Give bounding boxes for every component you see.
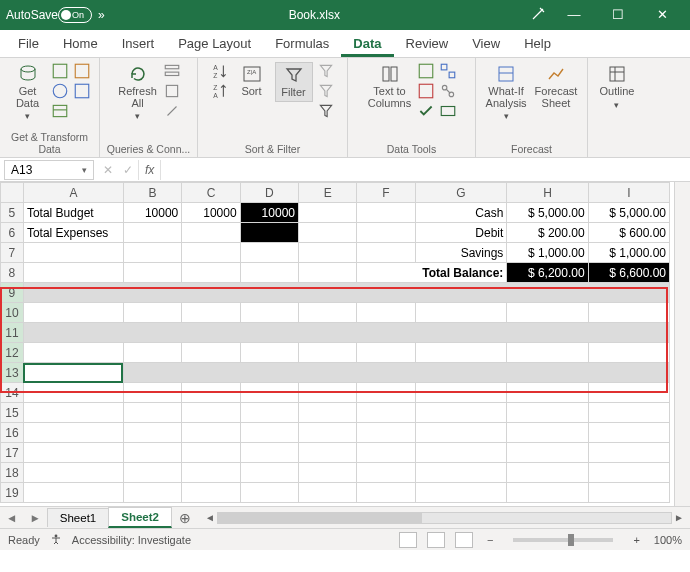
- cell-A7[interactable]: [23, 243, 123, 263]
- privacy-icon[interactable]: [524, 6, 552, 25]
- sort-button[interactable]: Z|A Sort: [233, 62, 271, 98]
- select-all-corner[interactable]: [1, 183, 24, 203]
- cell-A14[interactable]: [23, 383, 123, 403]
- col-header-E[interactable]: E: [298, 183, 356, 203]
- cell-A18[interactable]: [23, 463, 123, 483]
- view-normal-icon[interactable]: [399, 532, 417, 548]
- relationships-icon[interactable]: [439, 82, 457, 100]
- row-header-6[interactable]: 6: [1, 223, 24, 243]
- sheet-nav-next[interactable]: ►: [23, 512, 46, 524]
- tab-home[interactable]: Home: [51, 31, 110, 57]
- clear-filter-icon[interactable]: [317, 62, 335, 80]
- cell-F15[interactable]: [357, 403, 415, 423]
- reapply-icon[interactable]: [317, 82, 335, 100]
- row-header-11[interactable]: 11: [1, 323, 24, 343]
- cell-G12[interactable]: [415, 343, 507, 363]
- tab-review[interactable]: Review: [394, 31, 461, 57]
- cell-F12[interactable]: [357, 343, 415, 363]
- cell-C10[interactable]: [182, 303, 240, 323]
- zoom-out-button[interactable]: −: [483, 534, 497, 546]
- row-header-17[interactable]: 17: [1, 443, 24, 463]
- cell-H14[interactable]: [507, 383, 588, 403]
- tab-insert[interactable]: Insert: [110, 31, 167, 57]
- cell-B14[interactable]: [123, 383, 181, 403]
- from-table-icon[interactable]: [51, 102, 69, 120]
- cell-F14[interactable]: [357, 383, 415, 403]
- outline-button[interactable]: Outline ▾: [598, 62, 637, 110]
- cell-I14[interactable]: [588, 383, 669, 403]
- tab-formulas[interactable]: Formulas: [263, 31, 341, 57]
- cell-A12[interactable]: [23, 343, 123, 363]
- cell-E18[interactable]: [298, 463, 356, 483]
- cell-D16[interactable]: [240, 423, 298, 443]
- existing-connections-icon[interactable]: [73, 82, 91, 100]
- chevron-down-icon[interactable]: ▾: [82, 165, 87, 175]
- cell-F6[interactable]: [357, 223, 415, 243]
- cell-H8[interactable]: $ 6,200.00: [507, 263, 588, 283]
- cell-C15[interactable]: [182, 403, 240, 423]
- cell-A13[interactable]: [23, 363, 123, 383]
- cell-C17[interactable]: [182, 443, 240, 463]
- row-header-12[interactable]: 12: [1, 343, 24, 363]
- cell-C16[interactable]: [182, 423, 240, 443]
- row-9-cells[interactable]: [23, 283, 669, 303]
- queries-pane-icon[interactable]: [163, 62, 181, 80]
- tab-help[interactable]: Help: [512, 31, 563, 57]
- row-header-13[interactable]: 13: [1, 363, 24, 383]
- row-11-cells[interactable]: [23, 323, 669, 343]
- cell-B15[interactable]: [123, 403, 181, 423]
- cell-E14[interactable]: [298, 383, 356, 403]
- minimize-button[interactable]: —: [552, 0, 596, 30]
- sheet-tab-sheet1[interactable]: Sheet1: [47, 508, 109, 527]
- cell-C18[interactable]: [182, 463, 240, 483]
- cell-D5[interactable]: 10000: [240, 203, 298, 223]
- view-page-break-icon[interactable]: [455, 532, 473, 548]
- cell-G5[interactable]: Cash: [415, 203, 507, 223]
- recent-sources-icon[interactable]: [73, 62, 91, 80]
- cell-F18[interactable]: [357, 463, 415, 483]
- cell-B19[interactable]: [123, 483, 181, 503]
- cell-G7[interactable]: Savings: [415, 243, 507, 263]
- spreadsheet-grid[interactable]: A B C D E F G H I 5 Total Budget 10000 1…: [0, 182, 670, 503]
- cell-I7[interactable]: $ 1,000.00: [588, 243, 669, 263]
- sort-desc-icon[interactable]: ZA: [211, 82, 229, 100]
- cell-B12[interactable]: [123, 343, 181, 363]
- cell-I8[interactable]: $ 6,600.00: [588, 263, 669, 283]
- forecast-sheet-button[interactable]: Forecast Sheet: [533, 62, 580, 109]
- zoom-slider-thumb[interactable]: [568, 534, 574, 546]
- zoom-slider[interactable]: [513, 538, 613, 542]
- cell-G15[interactable]: [415, 403, 507, 423]
- cell-E16[interactable]: [298, 423, 356, 443]
- cell-A19[interactable]: [23, 483, 123, 503]
- cell-I6[interactable]: $ 600.00: [588, 223, 669, 243]
- cell-B18[interactable]: [123, 463, 181, 483]
- cell-E17[interactable]: [298, 443, 356, 463]
- cell-F5[interactable]: [357, 203, 415, 223]
- cell-H5[interactable]: $ 5,000.00: [507, 203, 588, 223]
- cell-D14[interactable]: [240, 383, 298, 403]
- insert-function-icon[interactable]: fx: [138, 160, 161, 180]
- cell-F19[interactable]: [357, 483, 415, 503]
- cell-D7[interactable]: [240, 243, 298, 263]
- col-header-D[interactable]: D: [240, 183, 298, 203]
- tab-view[interactable]: View: [460, 31, 512, 57]
- advanced-filter-icon[interactable]: [317, 102, 335, 120]
- cell-A17[interactable]: [23, 443, 123, 463]
- cancel-edit-icon[interactable]: ✕: [98, 163, 118, 177]
- cell-A16[interactable]: [23, 423, 123, 443]
- horizontal-scrollbar[interactable]: ◄ ►: [199, 512, 690, 524]
- row-13-cells[interactable]: [123, 363, 669, 383]
- cell-G17[interactable]: [415, 443, 507, 463]
- formula-input[interactable]: [161, 160, 690, 180]
- zoom-in-button[interactable]: +: [629, 534, 643, 546]
- cell-C12[interactable]: [182, 343, 240, 363]
- cell-D12[interactable]: [240, 343, 298, 363]
- cell-F16[interactable]: [357, 423, 415, 443]
- cell-G18[interactable]: [415, 463, 507, 483]
- cell-A8[interactable]: [23, 263, 123, 283]
- row-header-14[interactable]: 14: [1, 383, 24, 403]
- name-box[interactable]: A13 ▾: [4, 160, 94, 180]
- refresh-all-button[interactable]: Refresh All ▾: [116, 62, 159, 121]
- cell-I16[interactable]: [588, 423, 669, 443]
- cell-D18[interactable]: [240, 463, 298, 483]
